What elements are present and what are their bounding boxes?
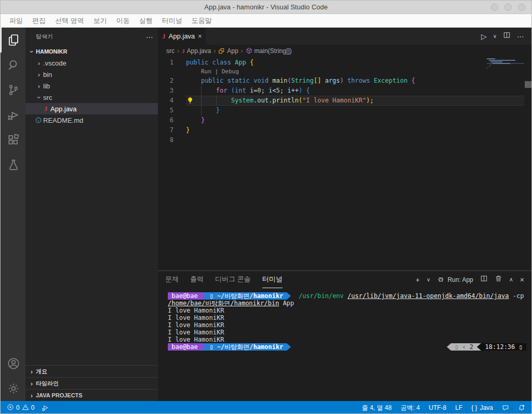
panel-tab-문제[interactable]: 문제 xyxy=(165,271,179,288)
panel-tab-디버그-콘솔[interactable]: 디버그 콘솔 xyxy=(215,271,251,288)
terminal-text: bae@bae xyxy=(168,292,202,300)
cursor-position[interactable]: 줄 4, 열 48 xyxy=(362,404,392,412)
tree-item-label: lib xyxy=(43,82,50,90)
code-editor[interactable]: 1public class App {Run | Debug2 public s… xyxy=(158,57,531,270)
tree-item-lib[interactable]: ›lib xyxy=(25,80,158,92)
extensions-icon[interactable] xyxy=(1,127,25,152)
minimap-line xyxy=(487,66,524,67)
code-line-4[interactable]: 4 System.out.println("I love HamoniKR"); xyxy=(158,96,531,106)
terminal-instance-run-app[interactable]: Run: App xyxy=(437,275,473,284)
tree-item-readme.md[interactable]: README.md xyxy=(25,114,158,126)
code-line-6[interactable]: 6 } xyxy=(158,115,531,125)
section-타임라인[interactable]: ›타임라인 xyxy=(25,377,158,389)
terminal-text: ‹ xyxy=(462,343,466,351)
run-button[interactable]: ▷ xyxy=(481,32,487,41)
panel-tab-출력[interactable]: 출력 xyxy=(190,271,204,288)
feedback-icon[interactable] xyxy=(502,404,509,411)
menu-item-파일[interactable]: 파일 xyxy=(5,16,28,25)
minimap-line xyxy=(487,58,524,59)
indentation-status[interactable]: 공백: 4 xyxy=(401,404,420,412)
menu-item-터미널[interactable]: 터미널 xyxy=(157,16,187,25)
sidebar-more-icon[interactable]: ⋯ xyxy=(146,33,154,41)
tree-item-src[interactable]: ›src xyxy=(25,92,158,103)
menu-item-실행[interactable]: 실행 xyxy=(135,16,157,25)
info-icon xyxy=(34,117,43,124)
glyph-margin xyxy=(179,125,186,135)
menu-item-도움말[interactable]: 도움말 xyxy=(187,16,217,25)
lightbulb-icon[interactable] xyxy=(187,97,194,104)
breadcrumb: src›JApp.java›App›main(String[]) xyxy=(158,45,531,57)
menu-item-편집[interactable]: 편집 xyxy=(28,16,50,25)
settings-icon[interactable] xyxy=(1,376,25,401)
tree-item-app.java[interactable]: JApp.java xyxy=(25,103,158,114)
code-line-5[interactable]: 5 } xyxy=(158,106,531,115)
title-bar[interactable]: App.java - hamonikr - Visual Studio Code xyxy=(1,1,531,14)
panel-tab-터미널[interactable]: 터미널 xyxy=(262,271,283,288)
language-status[interactable]: { } Java xyxy=(471,404,493,411)
menu-item-선택 영역[interactable]: 선택 영역 xyxy=(50,16,89,25)
braces-icon: { } xyxy=(471,404,477,411)
kill-terminal-icon[interactable] xyxy=(495,275,502,284)
terminal-text: -cp xyxy=(509,292,524,300)
run-dropdown-icon[interactable]: ∨ xyxy=(493,33,497,39)
terminal-line: /home/bae/바탕화면/hamonikr/bin App xyxy=(168,300,526,307)
editor-more-icon[interactable]: ⋯ xyxy=(517,32,524,41)
code-line-7[interactable]: 7} xyxy=(158,125,531,135)
glyph-margin xyxy=(179,115,186,125)
menu-item-보기[interactable]: 보기 xyxy=(89,16,112,25)
breadcrumb-app-java[interactable]: JApp.java xyxy=(182,47,211,55)
debug-status-icon[interactable] xyxy=(42,404,49,411)
line-number: 1 xyxy=(158,58,179,68)
minimap[interactable] xyxy=(487,58,524,76)
breadcrumb-app[interactable]: App xyxy=(218,47,238,55)
explorer-icon[interactable] xyxy=(1,28,25,53)
section-개요[interactable]: ›개요 xyxy=(25,365,158,377)
editor-area: J App.java × ▷ ∨ ⋯ src›JApp.java›App›mai… xyxy=(158,28,531,401)
menu-item-이동[interactable]: 이동 xyxy=(112,16,135,25)
maximize-panel-icon[interactable]: ∧ xyxy=(509,276,513,283)
window-button-3[interactable] xyxy=(518,4,525,11)
terminal-dropdown-icon[interactable]: ∨ xyxy=(427,277,430,282)
close-panel-icon[interactable]: × xyxy=(520,276,524,284)
chevron-down-icon: › xyxy=(28,47,36,56)
terminal[interactable]: bae@bae ▯ ~/바탕화면/hamonikr /usr/bin/env /… xyxy=(158,288,531,401)
breadcrumb-src[interactable]: src xyxy=(166,47,175,55)
account-icon[interactable] xyxy=(1,351,25,376)
eol-status[interactable]: LF xyxy=(455,404,462,411)
source-control-icon[interactable] xyxy=(1,77,25,102)
window-button-2[interactable] xyxy=(504,4,512,11)
java-file-icon: J xyxy=(41,105,50,113)
code-line-1[interactable]: 1public class App { xyxy=(158,58,531,68)
window-button-1[interactable] xyxy=(491,4,498,11)
editor-scrollbar[interactable] xyxy=(525,81,531,88)
codelens-run-debug[interactable]: Run | Debug xyxy=(158,68,531,76)
tree-item-.vscode[interactable]: ›.vscode xyxy=(25,57,158,69)
terminal-line: I love HamoniKR xyxy=(168,307,526,314)
encoding-status[interactable]: UTF-8 xyxy=(429,404,446,411)
tab-close-icon[interactable]: × xyxy=(198,32,202,40)
code-line-3[interactable]: 3 for (int i=0; i<5; i++) { xyxy=(158,86,531,96)
codelens-label: Run | Debug xyxy=(186,68,524,76)
run-debug-icon[interactable] xyxy=(1,102,25,127)
section-java-projects[interactable]: ›JAVA PROJECTS xyxy=(25,389,158,401)
new-terminal-button[interactable]: + xyxy=(416,276,420,284)
workbench: 탐색기 ⋯ › HAMONIKR ›.vscode›bin›lib›srcJAp… xyxy=(1,28,531,401)
tree-root-hamonikr[interactable]: › HAMONIKR xyxy=(25,46,158,57)
breadcrumb-main-string-[interactable]: main(String[]) xyxy=(246,47,292,55)
testing-icon[interactable] xyxy=(1,152,25,177)
terminal-line: I love HamoniKR xyxy=(168,329,526,336)
code-line-content: for (int i=0; i<5; i++) { xyxy=(186,86,524,96)
code-line-8[interactable]: 8 xyxy=(158,135,531,145)
tree-item-bin[interactable]: ›bin xyxy=(25,69,158,80)
notifications-bell-icon[interactable] xyxy=(518,404,525,411)
code-line-2[interactable]: 2 public static void main(String[] args)… xyxy=(158,76,531,86)
tab-app-java[interactable]: J App.java × xyxy=(158,28,206,45)
search-icon[interactable] xyxy=(1,53,25,77)
split-editor-button[interactable] xyxy=(503,31,511,41)
split-terminal-button[interactable] xyxy=(480,275,488,284)
chevron-down-icon: › xyxy=(35,93,43,101)
line-number: 4 xyxy=(158,96,179,106)
terminal-text: I love HamoniKR xyxy=(168,336,224,343)
chevron-right-icon: › xyxy=(28,368,36,376)
problems-status[interactable]: 0 0 xyxy=(7,404,34,412)
